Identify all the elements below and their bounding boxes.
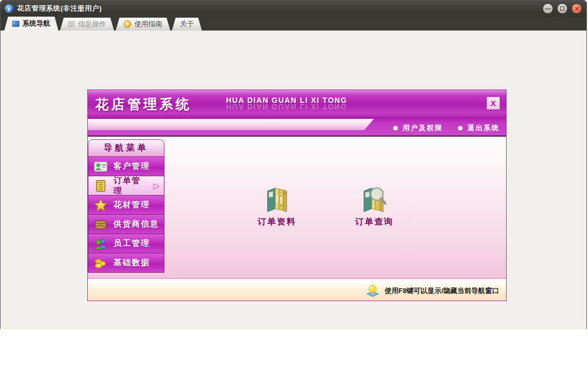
minimize-button[interactable]: —: [542, 3, 553, 14]
star-icon: [94, 198, 108, 212]
content-area: 花店管理系统 HUA DIAN GUAN LI XI TONG HUA DIAN…: [1, 31, 586, 329]
shortcut-label: 订单查询: [355, 216, 394, 228]
customer-card-icon: [94, 160, 108, 174]
coins-icon: [94, 256, 108, 270]
panel-menubar: 用户及权限 退出系统: [88, 117, 506, 137]
navigation-menu: 导航菜单 客户管理: [88, 139, 164, 273]
menu-exit-system[interactable]: 退出系统: [458, 123, 500, 133]
crate-icon: [94, 218, 108, 231]
panel-close-button[interactable]: X: [487, 97, 500, 109]
window-controls: — ✕: [542, 3, 582, 14]
order-notebook-icon: [94, 179, 108, 193]
app-window: y 花店管理系统(非注册用户) — ✕ 系统导航 信息操作 ? 使用指南 关于 …: [0, 0, 587, 329]
menu-user-permissions[interactable]: 用户及权限: [393, 123, 443, 133]
panel-subtitle: HUA DIAN GUAN LI XI TONG HUA DIAN GUAN L…: [226, 96, 348, 110]
nav-item-base-data[interactable]: 基础数据: [88, 253, 164, 273]
nav-menu-header: 导航菜单: [88, 139, 164, 157]
flower-shop-panel: 花店管理系统 HUA DIAN GUAN LI XI TONG HUA DIAN…: [87, 89, 507, 301]
panel-body: 导航菜单 客户管理: [88, 137, 506, 278]
panel-statusbar: 使用F8键可以显示/隐藏当前导航窗口: [88, 281, 506, 301]
window-title: 花店管理系统(非注册用户): [17, 4, 542, 13]
selected-arrow-icon: ▷: [153, 181, 161, 191]
maximize-icon: [560, 6, 564, 11]
shortcut-order-data[interactable]: 订单资料: [239, 185, 314, 228]
bullet-icon: [458, 126, 463, 131]
nav-item-supplier-info[interactable]: 供货商信息: [88, 214, 164, 234]
window-titlebar[interactable]: y 花店管理系统(非注册用户) — ✕: [1, 1, 586, 17]
panel-menu: 用户及权限 退出系统: [393, 123, 500, 133]
grid-icon: [68, 21, 75, 28]
tab-system-navigation[interactable]: 系统导航: [4, 17, 58, 31]
nav-item-flower-material-management[interactable]: 花材管理: [88, 195, 164, 215]
nav-item-staff-management[interactable]: 员工管理: [88, 234, 164, 253]
tab-info-operations[interactable]: 信息操作: [60, 18, 114, 31]
tab-user-guide[interactable]: ? 使用指南: [116, 18, 170, 31]
folder-documents-icon: [262, 185, 291, 214]
status-text: 使用F8键可以显示/隐藏当前导航窗口: [385, 286, 499, 296]
folder-search-icon: [360, 185, 389, 214]
tab-label: 系统导航: [22, 19, 50, 28]
nav-item-customer-management[interactable]: 客户管理: [88, 156, 164, 176]
tab-bar: 系统导航 信息操作 ? 使用指南 关于: [1, 17, 586, 31]
panel-title: 花店管理系统: [95, 95, 192, 113]
tab-label: 关于: [180, 19, 194, 29]
tab-label: 信息操作: [78, 19, 106, 29]
decorative-strip: [88, 119, 374, 130]
nav-item-order-management[interactable]: 订单管理 ▷: [88, 176, 164, 196]
blue-square-icon: [12, 21, 19, 27]
maximize-button[interactable]: [557, 3, 568, 14]
tab-label: 使用指南: [134, 19, 162, 29]
staff-icon: [94, 237, 108, 251]
panel-header: 花店管理系统 HUA DIAN GUAN LI XI TONG HUA DIAN…: [88, 90, 506, 117]
lightbulb-icon: [365, 284, 380, 298]
help-icon: ?: [124, 20, 131, 28]
bullet-icon: [393, 126, 398, 131]
app-icon: y: [5, 4, 13, 13]
shortcut-order-query[interactable]: 订单查询: [337, 185, 412, 228]
shortcut-label: 订单资料: [258, 216, 296, 228]
close-button[interactable]: ✕: [571, 3, 582, 14]
tab-about[interactable]: 关于: [172, 18, 202, 31]
